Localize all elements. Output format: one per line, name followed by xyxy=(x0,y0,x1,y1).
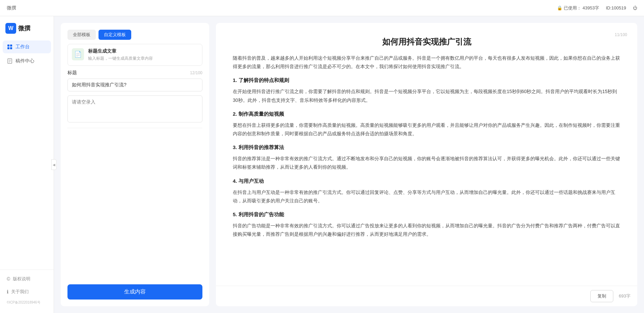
article-paragraph: 在抖音上与用户互动是一种非常有效的推广引流方式。你可以通过回复评论、点赞、分享等… xyxy=(233,188,620,205)
generate-button[interactable]: 生成内容 xyxy=(67,284,202,300)
sidebar-collapse-button[interactable]: ◀ xyxy=(51,159,57,170)
sidebar-bottom: © 版权说明 ℹ 关于我们 ©ICP备2022018946号 xyxy=(0,269,54,313)
template-desc: 输入标题，一键生成高质量文章内容 xyxy=(88,56,153,61)
title-field-section: 标题 12/100 xyxy=(67,70,202,91)
workbench-label: 工作台 xyxy=(16,44,30,50)
used-label-text: 已使用： xyxy=(564,5,581,11)
article-title: 如何用抖音实现推广引流 xyxy=(382,30,471,51)
sidebar-item-drafts[interactable]: 稿件中心 xyxy=(3,55,51,67)
copyright-label: 版权说明 xyxy=(13,276,30,282)
title-label-row: 标题 12/100 xyxy=(67,70,202,76)
svg-rect-3 xyxy=(10,47,12,49)
article-section-heading: 4. 与用户互动 xyxy=(233,176,620,186)
content-textarea[interactable] xyxy=(67,95,202,122)
top-bar-title: 微撰 xyxy=(7,5,16,11)
sidebar-nav: 工作台 稿件中心 xyxy=(0,40,54,269)
workbench-icon xyxy=(7,44,13,50)
logo-area: W 微撰 xyxy=(0,20,54,40)
article-body: 随着抖音的普及，越来越多的人开始利用这个短视频分享平台来推广自己的产品或服务。抖… xyxy=(216,51,637,286)
template-tabs: 全部模板 自定义模板 xyxy=(67,30,202,40)
article-section-heading: 2. 制作高质量的短视频 xyxy=(233,109,620,118)
panel-divider xyxy=(67,128,202,128)
user-id: ID:100519 xyxy=(606,5,626,10)
brand-name: 微撰 xyxy=(18,24,30,32)
power-icon[interactable]: ⏻ xyxy=(633,5,637,10)
word-count: 693字 xyxy=(619,293,631,299)
svg-rect-1 xyxy=(10,45,12,47)
sidebar-item-workbench[interactable]: 工作台 xyxy=(3,40,51,53)
icp-text: ©ICP备2022018946号 xyxy=(3,299,51,306)
content-area: 全部模板 自定义模板 📄 标题生成文章 输入标题，一键生成高质量文章内容 标题 … xyxy=(54,16,644,313)
sidebar-item-about[interactable]: ℹ 关于我们 xyxy=(3,286,51,297)
article-paragraph: 在开始使用抖音进行推广引流之前，你需要了解抖音的特点和规则。抖音是一个短视频分享… xyxy=(233,87,620,104)
tab-custom-templates[interactable]: 自定义模板 xyxy=(99,30,131,40)
article-header: 如何用抖音实现推广引流 11/100 xyxy=(216,23,637,51)
copy-button[interactable]: 复制 xyxy=(590,290,613,302)
article-section-heading: 5. 利用抖音的广告功能 xyxy=(233,210,620,219)
svg-rect-0 xyxy=(7,45,9,47)
copyright-icon: © xyxy=(7,276,10,282)
template-name: 标题生成文章 xyxy=(88,48,153,54)
svg-rect-2 xyxy=(7,47,9,49)
top-bar: 微撰 🔒 已使用： 43953字 ID:100519 ⏻ xyxy=(0,0,644,16)
drafts-icon xyxy=(7,58,13,64)
used-label: 🔒 已使用： 43953字 xyxy=(557,5,599,11)
article-section-heading: 3. 利用抖音的推荐算法 xyxy=(233,143,620,152)
top-bar-right: 🔒 已使用： 43953字 ID:100519 ⏻ xyxy=(557,5,637,11)
article-footer: 复制 693字 xyxy=(216,286,637,306)
about-label: 关于我们 xyxy=(11,289,29,295)
title-field-label: 标题 xyxy=(67,70,77,76)
sidebar: W 微撰 工作台 xyxy=(0,16,54,313)
used-count: 43953字 xyxy=(583,5,599,11)
template-card-icon: 📄 xyxy=(72,48,84,60)
title-input[interactable] xyxy=(67,79,202,91)
article-paragraph: 要想在抖音上获得更多的流量，你需要制作高质量的短视频。高质量的短视频能够吸引更多… xyxy=(233,121,620,138)
logo-w-icon: W xyxy=(5,23,16,34)
main-layout: W 微撰 工作台 xyxy=(0,16,644,313)
template-card-headline[interactable]: 📄 标题生成文章 输入标题，一键生成高质量文章内容 xyxy=(67,44,202,66)
drafts-label: 稿件中心 xyxy=(16,58,34,64)
template-info: 标题生成文章 输入标题，一键生成高质量文章内容 xyxy=(88,48,153,61)
article-paragraph: 随着抖音的普及，越来越多的人开始利用这个短视频分享平台来推广自己的产品或服务。抖… xyxy=(233,54,620,71)
title-char-count: 12/100 xyxy=(190,70,202,75)
about-icon: ℹ xyxy=(7,289,8,294)
article-paragraph: 抖音的广告功能是一种非常有效的推广引流方式。你可以通过广告投放来让更多的人看到你… xyxy=(233,222,620,238)
right-panel-wrapper: 如何用抖音实现推广引流 11/100 随着抖音的普及，越来越多的人开始利用这个短… xyxy=(216,23,637,306)
sidebar-item-copyright[interactable]: © 版权说明 xyxy=(3,273,51,285)
left-panel: 全部模板 自定义模板 📄 标题生成文章 输入标题，一键生成高质量文章内容 标题 … xyxy=(61,23,209,306)
textarea-field-section xyxy=(67,95,202,122)
lock-icon: 🔒 xyxy=(557,5,562,11)
article-section-heading: 1. 了解抖音的特点和规则 xyxy=(233,76,620,85)
tab-all-templates[interactable]: 全部模板 xyxy=(67,30,96,40)
article-page-count: 11/100 xyxy=(615,32,627,37)
article-paragraph: 抖音的推荐算法是一种非常有效的推广引流方式。通过不断地发布和分享自己的短视频，你… xyxy=(233,154,620,171)
